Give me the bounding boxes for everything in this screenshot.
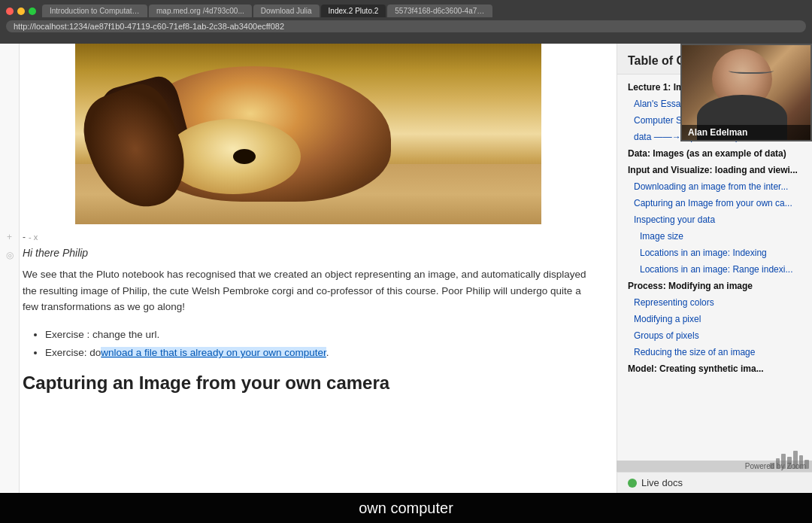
zoom-bar bbox=[799, 455, 804, 469]
toc-item[interactable]: Reducing the size of an image bbox=[617, 344, 812, 360]
zoom-bar bbox=[776, 458, 780, 469]
bullet-suffix: . bbox=[326, 347, 329, 358]
webcam-overlay: Alan Edelman bbox=[680, 44, 812, 141]
zoom-bar bbox=[804, 460, 809, 469]
browser-tab[interactable]: Download Julia bbox=[253, 5, 320, 17]
toc-item[interactable]: Process: Modifying an image bbox=[617, 278, 812, 294]
notebook-area: + ◎ - - x bbox=[0, 44, 617, 493]
cell-x-button[interactable]: - x bbox=[29, 233, 38, 242]
toc-item[interactable]: Data: Images (as an example of data) bbox=[617, 145, 812, 162]
live-docs-bar[interactable]: Live docs bbox=[617, 472, 812, 493]
address-bar[interactable]: http://localhost:1234/ae87f1b0-47119-c60… bbox=[6, 20, 806, 32]
cell-dash: - bbox=[23, 232, 26, 242]
caption-bar: own computer bbox=[0, 493, 812, 523]
toc-item[interactable]: Image size bbox=[617, 228, 812, 245]
bullet-list: Exercise : change the url. Exercise: dow… bbox=[23, 326, 594, 363]
bullet-item-1: Exercise : change the url. bbox=[45, 326, 594, 344]
minimize-button[interactable] bbox=[17, 8, 25, 15]
cell-gutter: + ◎ bbox=[0, 44, 20, 493]
toc-panel: Alan Edelman Table of Contents Lecture 1… bbox=[617, 44, 812, 493]
webcam-name-badge: Alan Edelman bbox=[682, 125, 810, 140]
gutter-plus-icon[interactable]: + bbox=[7, 232, 12, 242]
close-button[interactable] bbox=[6, 8, 14, 15]
zoom-bar bbox=[787, 457, 792, 469]
browser-tabs: Introduction to Computational...map.med.… bbox=[6, 5, 806, 17]
cell-output-marker: - - x bbox=[23, 232, 594, 242]
browser-tab[interactable]: map.med.org /4d793c00... bbox=[149, 5, 252, 17]
toc-item[interactable]: Modifying a pixel bbox=[617, 311, 812, 327]
address-bar-row: http://localhost:1234/ae87f1b0-47119-c60… bbox=[6, 20, 806, 32]
section-heading: Capturing an Image from your own camera bbox=[23, 372, 594, 394]
toc-item[interactable]: Input and Visualize: loading and viewi..… bbox=[617, 162, 812, 178]
gutter-eye-icon: ◎ bbox=[6, 250, 14, 260]
dog-image bbox=[75, 44, 541, 224]
zoom-bar bbox=[781, 454, 786, 469]
zoom-bars bbox=[767, 451, 812, 472]
window-controls bbox=[6, 5, 36, 17]
toc-item[interactable]: Locations in an image: Range indexi... bbox=[617, 261, 812, 278]
toc-item[interactable]: Capturing an Image from your own ca... bbox=[617, 195, 812, 211]
toc-item[interactable]: Inspecting your data bbox=[617, 211, 812, 228]
main-layout: + ◎ - - x bbox=[0, 44, 812, 493]
bullet-text-1: Exercise : change the url. bbox=[45, 329, 159, 340]
toc-item[interactable]: Groups of pixels bbox=[617, 327, 812, 344]
zoom-bar bbox=[770, 463, 774, 469]
browser-tab[interactable]: Introduction to Computational... bbox=[42, 5, 147, 17]
browser-chrome: Introduction to Computational...map.med.… bbox=[0, 0, 812, 44]
toc-item[interactable]: Model: Creating synthetic ima... bbox=[617, 360, 812, 377]
main-paragraph: We see that the Pluto notebook has recog… bbox=[23, 266, 594, 315]
toc-item[interactable]: Representing colors bbox=[617, 294, 812, 311]
caption-text: own computer bbox=[359, 500, 453, 517]
bullet-highlight: wnload a file that is already on your ow… bbox=[101, 347, 326, 358]
italic-heading: Hi there Philip bbox=[23, 247, 594, 259]
live-docs-label: Live docs bbox=[641, 477, 683, 488]
live-docs-indicator bbox=[628, 479, 637, 488]
toc-item[interactable]: Locations in an image: Indexing bbox=[617, 245, 812, 261]
bullet-item-2: Exercise: download a file that is alread… bbox=[45, 344, 594, 362]
zoom-bar bbox=[793, 451, 798, 469]
maximize-button[interactable] bbox=[29, 8, 36, 15]
toc-item[interactable]: Downloading an image from the inter... bbox=[617, 178, 812, 195]
browser-tab[interactable]: Index.2 Pluto.2 bbox=[321, 5, 386, 17]
browser-tab[interactable]: 5573f4168-d6c3600-4a7b-... bbox=[387, 5, 492, 17]
bullet-prefix: Exercise: do bbox=[45, 347, 101, 358]
notebook-content: - - x Hi there Philip We see that the Pl… bbox=[0, 224, 617, 401]
